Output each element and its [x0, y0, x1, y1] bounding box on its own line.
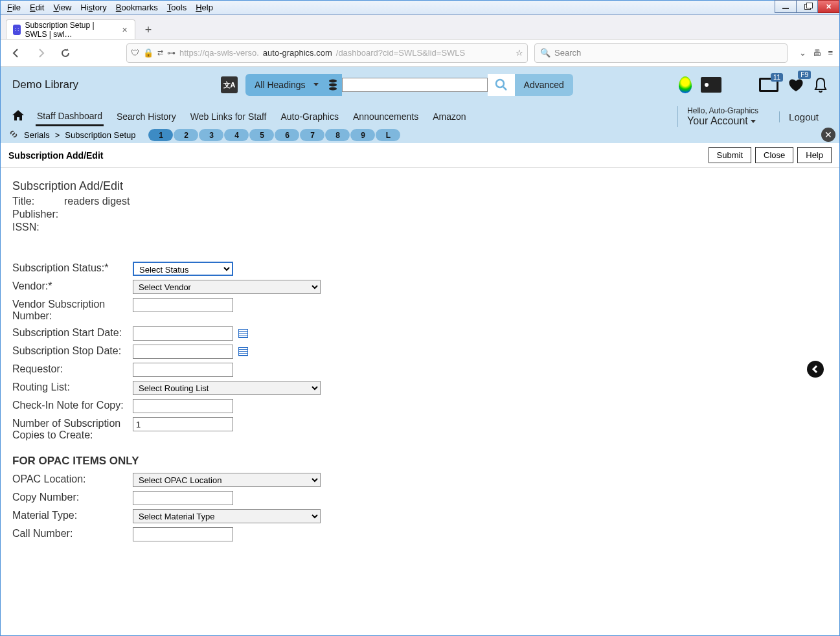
session-tab-4[interactable]: 4	[224, 129, 249, 141]
session-tab-9[interactable]: 9	[350, 129, 375, 141]
menu-bookmarks[interactable]: Bookmarks	[112, 2, 162, 13]
menu-edit[interactable]: Edit	[26, 2, 48, 13]
pocket-icon[interactable]: ⌄	[799, 48, 806, 58]
routing-list-select[interactable]: Select Routing List	[133, 381, 321, 395]
breadcrumb-bar: Serials > Subscription Setup 1 2 3 4 5 6…	[1, 127, 839, 143]
session-tab-7[interactable]: 7	[300, 129, 324, 141]
copies-input[interactable]	[133, 417, 233, 431]
nav-search-history[interactable]: Search History	[115, 108, 177, 126]
window-maximize-button[interactable]	[796, 0, 818, 13]
nav-back-button[interactable]	[7, 44, 25, 62]
logout-link[interactable]: Logout	[779, 111, 828, 122]
os-titlebar: File Edit View History Bookmarks Tools H…	[1, 1, 839, 15]
vendor-label: Vendor:*	[12, 278, 133, 294]
opac-section-header: FOR OPAC ITEMS ONLY	[12, 455, 828, 468]
submit-button[interactable]: Submit	[709, 147, 751, 163]
checkin-note-input[interactable]	[133, 399, 233, 413]
calendar-icon[interactable]	[238, 329, 248, 338]
account-menu[interactable]: Hello, Auto-Graphics Your Account	[677, 106, 767, 127]
nav-announcements[interactable]: Announcements	[352, 108, 420, 126]
nav-web-links[interactable]: Web Links for Staff	[189, 108, 268, 126]
menu-history[interactable]: History	[76, 2, 110, 13]
help-button[interactable]: Help	[797, 147, 832, 163]
url-host: auto-graphics.com	[263, 48, 332, 58]
print-icon[interactable]: 🖶	[813, 48, 821, 58]
session-tab-6[interactable]: 6	[275, 129, 299, 141]
close-panel-button[interactable]: ✕	[821, 128, 835, 142]
notifications-icon[interactable]	[813, 76, 828, 93]
shield-icon[interactable]: 🛡	[131, 48, 139, 58]
opac-location-select[interactable]: Select OPAC Location	[133, 473, 321, 487]
lock-icon[interactable]: 🔒	[143, 48, 153, 58]
status-select[interactable]: Select Status	[133, 262, 233, 276]
material-type-select[interactable]: Select Material Type	[133, 509, 321, 523]
tab-close-button[interactable]: ×	[121, 25, 128, 34]
chain-icon[interactable]	[8, 129, 19, 141]
nav-amazon[interactable]: Amazon	[431, 108, 467, 126]
copy-number-input[interactable]	[133, 491, 233, 505]
requestor-input[interactable]	[133, 363, 233, 377]
opac-location-label: OPAC Location:	[12, 471, 133, 487]
headings-dropdown[interactable]: All Headings	[245, 74, 324, 96]
headings-label: All Headings	[255, 80, 306, 90]
hamburger-menu-icon[interactable]: ≡	[828, 48, 833, 58]
material-type-label: Material Type:	[12, 508, 133, 523]
chevron-down-icon	[313, 83, 319, 86]
catalog-search: All Headings Advanced	[245, 74, 573, 96]
start-date-input[interactable]	[133, 326, 233, 341]
stop-date-input[interactable]	[133, 345, 233, 359]
session-tab-2[interactable]: 2	[174, 129, 198, 141]
new-tab-button[interactable]: +	[139, 21, 157, 39]
session-tab-1[interactable]: 1	[148, 129, 173, 141]
address-bar[interactable]: 🛡 🔒 ⇄ ⊶ https://qa-swls-verso.auto-graph…	[126, 43, 528, 63]
menu-file[interactable]: File	[3, 2, 25, 13]
crumb-current: Subscription Setup	[65, 130, 135, 140]
advanced-label: Advanced	[524, 80, 564, 90]
browser-search-bar[interactable]: 🔍 Search	[534, 43, 788, 63]
window-minimize-button[interactable]	[775, 0, 797, 13]
list-icon[interactable]: 11	[759, 78, 778, 92]
copies-label: Number of Subscription Copies to Create:	[12, 416, 133, 443]
key-icon[interactable]: ⊶	[167, 48, 176, 58]
session-tab-L[interactable]: L	[376, 129, 400, 141]
language-icon[interactable]: 文A	[221, 76, 238, 93]
browser-tab[interactable]: ∷ Subscription Setup | SWLS | swl… ×	[6, 19, 135, 39]
menu-help[interactable]: Help	[192, 2, 217, 13]
app-nav: Staff Dashboard Search History Web Links…	[1, 102, 839, 127]
svg-line-4	[503, 87, 506, 90]
issn-label: ISSN:	[12, 221, 64, 233]
permissions-icon[interactable]: ⇄	[157, 49, 163, 57]
session-tab-8[interactable]: 8	[325, 129, 350, 141]
close-button[interactable]: Close	[755, 147, 793, 163]
vsn-input[interactable]	[133, 298, 233, 312]
menu-tools[interactable]: Tools	[163, 2, 190, 13]
nav-reload-button[interactable]	[56, 44, 74, 62]
favorites-badge: F9	[798, 71, 811, 79]
favorites-icon[interactable]: F9	[788, 77, 804, 93]
nav-staff-dashboard[interactable]: Staff Dashboard	[36, 107, 104, 126]
session-tab-5[interactable]: 5	[249, 129, 274, 141]
catalog-search-button[interactable]	[488, 74, 515, 96]
advanced-search-button[interactable]: Advanced	[515, 74, 573, 96]
balloon-icon[interactable]	[679, 76, 692, 93]
routing-list-label: Routing List:	[12, 380, 133, 395]
home-icon[interactable]	[12, 110, 24, 123]
session-tab-3[interactable]: 3	[199, 129, 223, 141]
database-icon[interactable]	[324, 74, 342, 96]
call-number-label: Call Number:	[12, 526, 133, 541]
expand-panel-button[interactable]	[807, 361, 824, 378]
crumb-serials[interactable]: Serials	[24, 130, 50, 140]
menu-view[interactable]: View	[49, 2, 75, 13]
calendar-icon[interactable]	[238, 347, 248, 356]
window-close-button[interactable]: ✕	[817, 0, 839, 13]
nav-auto-graphics[interactable]: Auto-Graphics	[280, 108, 340, 126]
vendor-select[interactable]: Select Vendor	[133, 280, 321, 294]
browser-navbar: 🛡 🔒 ⇄ ⊶ https://qa-swls-verso.auto-graph…	[1, 40, 839, 67]
call-number-input[interactable]	[133, 527, 233, 541]
account-label: Your Account	[687, 115, 748, 127]
search-icon: 🔍	[540, 48, 551, 58]
catalog-search-input[interactable]	[342, 78, 488, 92]
bookmark-star-icon[interactable]: ☆	[516, 48, 523, 58]
nav-forward-button[interactable]	[32, 44, 50, 62]
scanner-icon[interactable]	[701, 77, 721, 93]
